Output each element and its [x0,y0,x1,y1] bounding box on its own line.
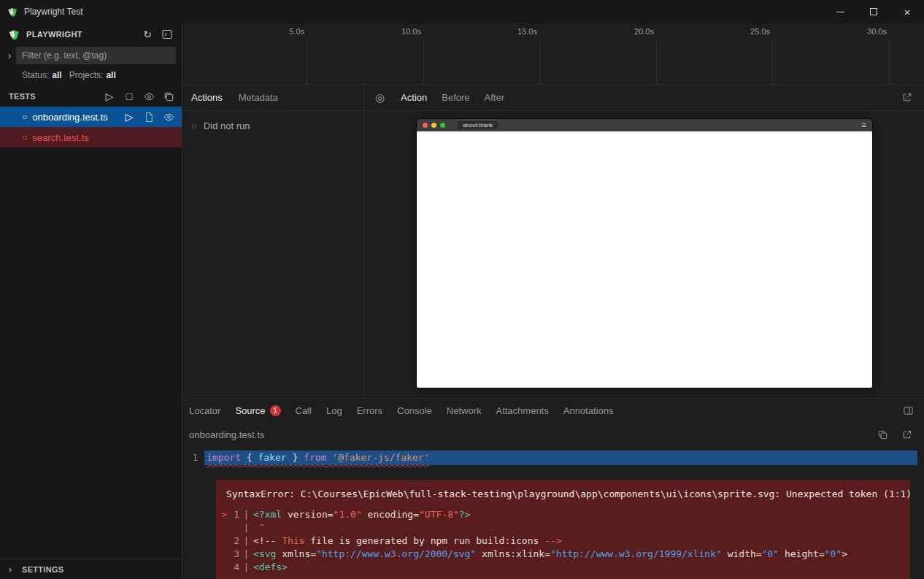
window-controls: × [823,0,924,23]
sidebar-brand-label: PLAYWRIGHT [26,30,82,39]
tab-actions[interactable]: Actions [191,92,223,103]
browser-page-content[interactable] [417,131,872,388]
actions-tabbar: Actions Metadata [182,85,364,111]
source-file-header: onboarding.test.ts [182,423,924,447]
error-frame-row: >1|<?xml version="1.0" encoding="UTF-8"?… [219,508,900,521]
toggle-layout-button[interactable] [901,404,915,418]
filter-row: › [0,45,182,66]
stop-icon: □ [126,91,132,102]
test-status-circle-icon: ○ [22,112,27,121]
filter-input[interactable] [16,47,176,64]
tab-network[interactable]: Network [447,405,482,416]
source-error-badge: 1 [270,405,281,416]
test-item-label: onboarding.test.ts [32,112,107,123]
actions-empty-message: Did not run [204,120,250,131]
pick-locator-icon[interactable]: ◎ [375,91,385,104]
sidebar: PLAYWRIGHT ↻ › Status:all Projects:all T… [0,23,182,579]
watch-test-button[interactable] [161,110,176,124]
browser-snapshot: about:blank ≡ [417,119,872,388]
status-value: all [52,70,61,80]
filter-status-line: Status:all Projects:all [0,66,182,85]
error-frame-row: 2|<!-- This file is generated by npm run… [219,534,900,548]
watch-all-button[interactable] [142,89,156,104]
run-test-button[interactable]: ▷ [122,110,136,124]
playwright-ui-window: Playwright Test × PLAYWRIGHT ↻ [0,0,924,579]
playwright-logo-icon [7,6,18,18]
filter-expander-chevron-icon[interactable]: › [3,50,16,61]
open-snapshot-button[interactable] [899,91,914,105]
tab-before[interactable]: Before [442,92,469,103]
sidebar-header: PLAYWRIGHT ↻ [0,23,182,45]
open-source-button[interactable] [899,428,914,442]
address-bar: about:blank [458,121,498,129]
tab-attachments[interactable]: Attachments [496,405,548,416]
hamburger-menu-icon: ≡ [862,121,866,129]
workspace: Actions Metadata ○ Did not run ◎ Action … [182,85,924,399]
external-link-icon [901,429,912,440]
status-label: Status: [22,70,49,80]
playwright-logo-icon [7,28,20,41]
refresh-icon: ↻ [143,28,152,40]
collapse-all-button[interactable] [161,89,176,104]
eye-icon [144,91,155,102]
line-number: 1 [182,450,204,465]
tests-title: TESTS [9,92,36,101]
actions-empty-state: ○ Did not run [182,111,364,141]
file-icon [144,112,155,123]
tab-locator[interactable]: Locator [189,405,220,416]
snapshot-tabbar: ◎ Action Before After [365,85,924,111]
tab-call[interactable]: Call [296,405,312,416]
titlebar: Playwright Test × [0,0,924,23]
test-item-search[interactable]: ○ search.test.ts [0,127,182,147]
error-message: SyntaxError: C:\Courses\EpicWeb\full-sta… [219,488,900,499]
settings-chevron-icon: › [9,564,20,575]
minimize-button[interactable] [823,0,857,23]
timeline[interactable]: 5.0s 10.0s 15.0s 20.0s 25.0s 30.0s [182,23,924,85]
settings-title: SETTINGS [22,565,63,574]
highlighted-line: import { faker } from '@faker-js/faker' [204,450,917,465]
tests-section-header: TESTS ▷ □ [0,86,182,107]
snapshot-viewport: about:blank ≡ [365,111,924,398]
traffic-light-zoom-icon [440,123,445,128]
test-item-onboarding[interactable]: ○ onboarding.test.ts ▷ [0,107,182,127]
snapshot-panel: ◎ Action Before After [365,85,924,398]
main-area: 5.0s 10.0s 15.0s 20.0s 25.0s 30.0s Actio… [182,23,924,579]
eye-icon [163,112,174,123]
maximize-icon [870,8,877,15]
tab-annotations[interactable]: Annotations [563,405,614,416]
test-status-circle-icon: ○ [22,133,27,142]
tab-log[interactable]: Log [326,405,342,416]
maximize-button[interactable] [857,0,890,23]
error-code-frame: >1|<?xml version="1.0" encoding="UTF-8"?… [219,508,900,574]
tab-after[interactable]: After [485,92,504,103]
collapse-all-icon [163,91,174,102]
settings-section[interactable]: › SETTINGS [0,559,182,579]
source-code-view[interactable]: 1 import { faker } from '@faker-js/faker… [182,447,924,579]
test-item-label: search.test.ts [32,132,88,143]
copy-source-button[interactable] [875,428,890,442]
tab-errors[interactable]: Errors [357,405,382,416]
reload-tests-button[interactable]: ↻ [140,27,155,42]
show-source-button[interactable] [142,110,156,124]
close-button[interactable]: × [890,0,924,23]
play-icon: ▷ [106,91,114,102]
copy-icon [877,429,888,440]
tab-console[interactable]: Console [397,405,432,416]
stop-button[interactable]: □ [122,89,136,104]
close-icon: × [904,6,911,18]
actions-panel: Actions Metadata ○ Did not run [182,85,365,398]
browser-chrome-bar: about:blank ≡ [417,119,872,131]
tab-source[interactable]: Source1 [235,405,280,416]
tab-action[interactable]: Action [401,92,427,103]
tab-metadata[interactable]: Metadata [239,92,278,103]
run-all-button[interactable]: ▷ [102,89,117,104]
error-frame-row: | ^ [219,521,900,534]
syntax-error-block: SyntaxError: C:\Courses\EpicWeb\full-sta… [216,480,910,579]
minimize-icon [836,12,844,12]
source-code-line-1: 1 import { faker } from '@faker-js/faker… [182,450,924,465]
error-frame-row: 3|<svg xmlns="http://www.w3.org/2000/svg… [219,548,900,561]
details-panel: Locator Source1 Call Log Errors Console … [182,399,924,579]
traffic-light-minimize-icon [431,123,436,128]
terminal-output-button[interactable] [160,27,174,42]
terminal-icon [161,28,173,40]
